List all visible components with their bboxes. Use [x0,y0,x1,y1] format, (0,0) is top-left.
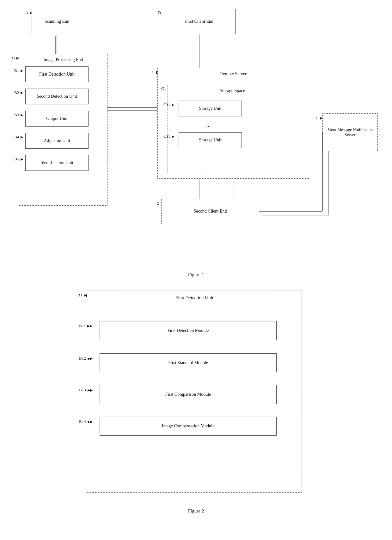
node-first-detection-module: First Detection Module [100,321,277,340]
node-storage-space: Storage Space [168,85,297,173]
tag-A: A ▶ [25,10,32,15]
node-storage-unit-1: Storage Unit [179,101,242,116]
node-short-message-server: Short Message Notification Server [322,113,378,151]
tag-B: B ▶ [12,55,19,60]
tag-B11: B11 ▶▶ [79,323,92,328]
tag-B14: B14 ▶▶ [79,419,93,424]
node-adjusting-unit: Adjusting Unit [25,133,89,149]
ellipsis: ... [205,122,213,128]
tag-B4: B4 ▶ [14,134,23,140]
node-scanning-end: Scanning End [32,9,82,34]
tag-F: F ▶ [316,115,322,121]
node-output-unit: Output Unit [25,111,89,127]
figure1: A ▶ Scanning End B ▶ Image Processing En… [6,6,386,266]
node-first-standard-module: First Standard Module [100,353,277,372]
node-first-detection-unit: First Detection Unit [25,66,89,82]
node-second-client-end: Second Client End [161,199,259,224]
tag-C11b: C11 ▶ [163,134,174,139]
node-image-compensation-module: Image Compensation Module [100,417,277,436]
node-first-client-end: First Client End [163,9,236,34]
figure2-label: Figure 2 [6,508,386,514]
node-storage-unit-2: Storage Unit [179,132,242,148]
tag-B12: B12 ▶▶ [79,356,93,361]
tag-B13: B13 ▶▶ [79,388,93,393]
tag-B2: B2 ▶ [14,90,23,95]
figure2: B1 ▶▶ First Detection Unit B11 ▶▶ First … [6,287,386,508]
diagram-container: A ▶ Scanning End B ▶ Image Processing En… [6,6,386,514]
tag-B5: B5 ▶ [14,157,23,162]
tag-B3: B3 ▶ [14,112,23,117]
node-second-detection-unit: Second Detection Unit [25,89,89,104]
figure1-label: Figure 1 [6,272,386,277]
tag-C11a: C11 ▶ [163,102,174,107]
node-first-comparison-module: First Comparison Module [100,385,277,404]
node-identification-unit: Identification Unit [25,155,89,171]
tag-B1: B1 ▶ [14,68,23,73]
